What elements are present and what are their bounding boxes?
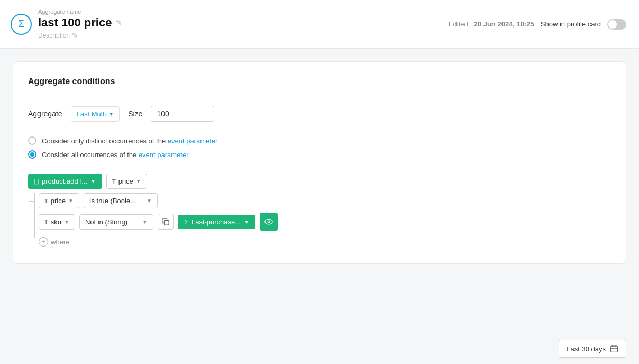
eye-button[interactable] [260, 213, 278, 231]
copy-icon [162, 218, 169, 225]
size-label: Size [128, 110, 142, 118]
event-row: ⎕ product.addT... ▼ T price ▼ [28, 174, 611, 189]
title-area: Aggregate name last 100 price ✎ Descript… [38, 8, 122, 40]
cond2-operator-label: Not in (String) [85, 218, 127, 226]
svg-rect-0 [164, 220, 169, 225]
title-edit-icon[interactable]: ✎ [116, 19, 122, 27]
aggregate-name-label: Aggregate name [38, 8, 122, 15]
date-range-button[interactable]: Last 30 days [559, 340, 626, 358]
cond1-chevron-icon: ▼ [68, 198, 74, 204]
svg-rect-4 [611, 346, 618, 352]
agg-result-chevron-icon: ▼ [244, 219, 249, 225]
type-t-icon: T [112, 178, 116, 185]
event-button[interactable]: ⎕ product.addT... ▼ [28, 174, 102, 189]
cond1-operator-label: Is true (Boole... [89, 197, 136, 205]
radio-distinct[interactable]: Consider only distinct occurrences of th… [28, 136, 611, 145]
aggregate-type-dropdown[interactable]: Last Multi ▼ [71, 106, 120, 122]
plus-circle-icon: + [39, 237, 48, 247]
condition2-prop-btn[interactable]: T sku ▼ [39, 214, 75, 230]
agg-result-btn[interactable]: Σ Last-purchase... ▼ [178, 215, 255, 229]
condition1-prop-btn[interactable]: T price ▼ [39, 193, 79, 208]
bottom-bar: Last 30 days [0, 333, 639, 364]
aggregate-type-value: Last Multi [77, 110, 106, 118]
prop-chevron-1-icon: ▼ [136, 178, 141, 184]
where-label: where [51, 238, 69, 246]
show-profile-label: Show in profile card [541, 20, 601, 28]
header-right: Edited: 20 Jun 2024, 10:25 Show in profi… [449, 19, 626, 30]
aggregate-title: last 100 price [38, 16, 112, 30]
eye-icon [264, 219, 273, 225]
date-range-label: Last 30 days [567, 345, 606, 353]
event-label: product.addT... [42, 177, 87, 185]
description-edit-icon[interactable]: ✎ [72, 31, 78, 40]
radio-circle-distinct [28, 136, 36, 145]
cond2-prop-label: sku [51, 218, 61, 226]
card-title: Aggregate conditions [28, 77, 611, 95]
conditions-area: ⎕ product.addT... ▼ T price ▼ T price [28, 174, 611, 249]
cond1-op-chevron-icon: ▼ [147, 198, 152, 204]
copy-icon-btn[interactable] [158, 214, 174, 230]
main-content: Aggregate conditions Aggregate Last Mult… [0, 49, 639, 285]
size-input[interactable] [151, 106, 214, 122]
aggregate-label: Aggregate [28, 110, 62, 118]
cond2-type-icon: T [44, 219, 48, 225]
aggregate-title-row: last 100 price ✎ [38, 16, 122, 30]
where-row: + where [39, 235, 611, 249]
condition-row-2: T sku ▼ Not in (String) ▼ [39, 213, 611, 231]
sigma-icon: Σ [11, 14, 32, 35]
header-left: Σ Aggregate name last 100 price ✎ Descri… [11, 8, 122, 40]
agg-result-label: Last-purchase... [191, 218, 241, 226]
radio-group: Consider only distinct occurrences of th… [28, 136, 611, 159]
cond1-prop-label: price [51, 197, 66, 205]
edited-static: Edited: [449, 20, 470, 28]
edited-date: 20 Jun 2024, 10:25 [474, 20, 534, 28]
aggregate-row: Aggregate Last Multi ▼ Size [28, 106, 611, 122]
sigma-agg-icon: Σ [184, 218, 188, 226]
radio-circle-all [28, 150, 36, 159]
event-type-icon: ⎕ [34, 177, 39, 185]
radio-distinct-label: Consider only distinct occurrences of th… [42, 137, 217, 145]
chevron-down-icon: ▼ [108, 111, 114, 117]
radio-all-label: Consider all occurrences of the event pa… [42, 151, 188, 159]
description-row: Description ✎ [38, 31, 122, 40]
prop-btn-1-label: price [118, 177, 133, 185]
description-label: Description [38, 32, 70, 39]
condition2-operator-btn[interactable]: Not in (String) ▼ [79, 214, 153, 230]
top-header: Σ Aggregate name last 100 price ✎ Descri… [0, 0, 639, 49]
condition-row-1: T price ▼ Is true (Boole... ▼ [39, 193, 611, 208]
cond1-type-icon: T [44, 198, 48, 204]
svg-point-3 [268, 221, 269, 222]
prop-btn-1[interactable]: T price ▼ [106, 174, 147, 189]
edited-label: Edited: 20 Jun 2024, 10:25 [449, 20, 534, 28]
calendar-icon [610, 344, 618, 353]
where-add-button[interactable]: + where [39, 235, 69, 249]
event-chevron-icon: ▼ [90, 178, 96, 184]
cond2-chevron-icon: ▼ [64, 219, 69, 225]
show-profile-toggle[interactable] [607, 19, 626, 30]
radio-all[interactable]: Consider all occurrences of the event pa… [28, 150, 611, 159]
condition1-operator-btn[interactable]: Is true (Boole... ▼ [84, 193, 158, 208]
sub-conditions: T price ▼ Is true (Boole... ▼ T sku ▼ [39, 193, 611, 249]
cond2-op-chevron-icon: ▼ [142, 219, 148, 225]
conditions-card: Aggregate conditions Aggregate Last Mult… [13, 61, 626, 264]
